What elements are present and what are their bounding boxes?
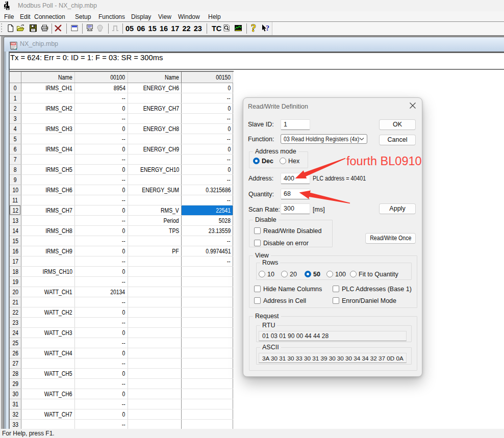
svg-text:DOC: DOC bbox=[11, 43, 16, 45]
svg-text:?: ? bbox=[251, 23, 256, 34]
svg-text:?: ? bbox=[266, 24, 269, 32]
